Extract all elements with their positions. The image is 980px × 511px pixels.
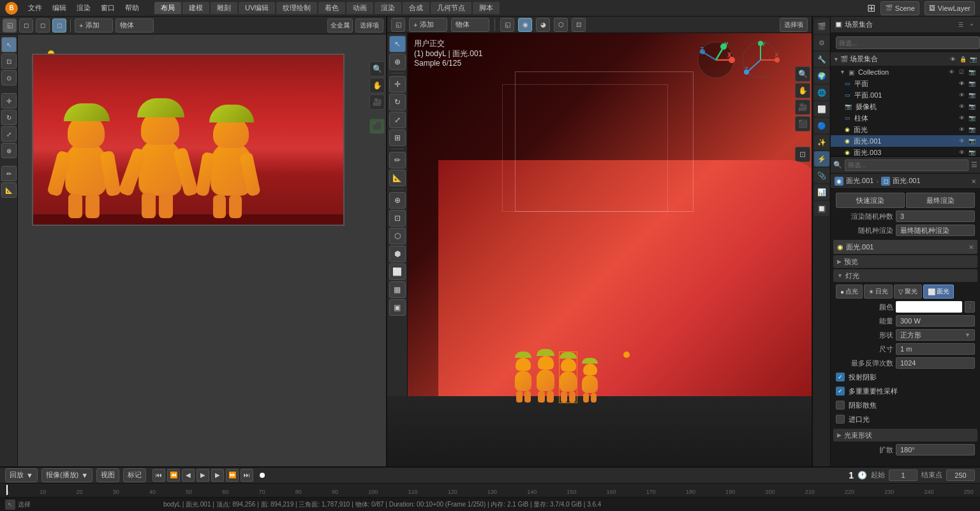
props-icon-view[interactable]: 🔧	[814, 52, 829, 67]
quick-render-btn[interactable]: 快速渲染	[836, 193, 905, 208]
timeline-editor[interactable]: 报像(播放) ▼	[41, 468, 93, 482]
prev-keyframe-btn[interactable]: ◀	[182, 469, 195, 482]
item6-vis[interactable]: 👁	[957, 148, 966, 157]
workspace-sculpt[interactable]: 雕刻	[211, 2, 237, 14]
camera-mid[interactable]: 🎥	[795, 100, 810, 115]
menu-help[interactable]: 帮助	[125, 3, 139, 13]
viewlayer-selector[interactable]: 🖼 ViewLayer	[924, 1, 975, 15]
pan-left[interactable]: ✋	[369, 78, 385, 93]
xray-toggle[interactable]: ⊡	[572, 18, 586, 32]
timeline-mode[interactable]: 回放 ▼	[5, 468, 38, 482]
transform-tool[interactable]: ⊕	[1, 143, 17, 158]
rotate-tool[interactable]: ↻	[1, 110, 17, 125]
mv-lattice[interactable]: ⬢	[389, 246, 406, 262]
item5-vis[interactable]: 👁	[957, 137, 966, 145]
view-btn-left[interactable]: ◻	[19, 19, 33, 33]
shading-solid[interactable]: ◉	[518, 18, 532, 32]
item1-vis[interactable]: 👁	[957, 91, 966, 100]
mv-rotate[interactable]: ↻	[389, 94, 406, 110]
viewport-3d[interactable]: ↖ ⊕ ✛ ↻ ⤢ ⊞ ✏ 📐 ⊕ ⊡ ⬡ ⬢ ⬜ ▦	[387, 33, 812, 466]
viewport-overlays[interactable]: ⬡	[554, 18, 568, 32]
camera-left[interactable]: 🎥	[369, 94, 385, 110]
outliner-item-6[interactable]: ◉ 面光.003 👁 📷	[831, 147, 980, 157]
add-menu[interactable]: + 添加	[75, 19, 113, 33]
object-menu-left[interactable]: 物体	[115, 19, 154, 33]
move-tool[interactable]: ✛	[1, 93, 17, 108]
light-type-spot[interactable]: ▽ 聚光	[894, 285, 922, 299]
props-icon-output[interactable]: ⚙	[814, 35, 829, 50]
size-value[interactable]: 1 m	[896, 343, 975, 355]
overlay-left[interactable]: ⬛	[369, 119, 385, 134]
item4-vis[interactable]: 👁	[957, 125, 966, 134]
workspace-uv[interactable]: UV编辑	[239, 2, 275, 14]
scene-vis-btn[interactable]: 👁	[948, 55, 957, 64]
color-options-btn[interactable]: ⋮	[965, 301, 975, 313]
mode-select[interactable]: ◱	[391, 18, 405, 32]
play-btn[interactable]: ▶	[197, 469, 209, 482]
outliner-item-4[interactable]: ◉ 面光 👁 📷	[831, 124, 980, 135]
object-menu-mid[interactable]: 物体	[451, 18, 489, 32]
item0-render[interactable]: 📷	[967, 79, 976, 88]
outliner-search[interactable]	[836, 36, 980, 49]
transmit-caustics-checkbox[interactable]	[836, 415, 845, 424]
shadow-caustics-checkbox[interactable]	[836, 401, 845, 410]
preview-header[interactable]: ▶ 预览	[833, 255, 977, 268]
shape-value[interactable]: 正方形 ▼	[896, 329, 975, 341]
energy-value[interactable]: 300 W	[896, 315, 975, 327]
overlay-mid[interactable]: ⊡	[795, 147, 810, 162]
item5-render[interactable]: 📷	[967, 137, 976, 145]
workspace-shading[interactable]: 着色	[318, 2, 345, 14]
grid-mid[interactable]: ⬛	[795, 116, 810, 131]
workspace-modeling[interactable]: 建模	[182, 2, 209, 14]
workspace-geometry[interactable]: 几何节点	[431, 2, 471, 14]
cursor-tool[interactable]: ↖	[1, 37, 17, 52]
pan-mid[interactable]: ✋	[795, 83, 810, 98]
light-type-point[interactable]: ● 点光	[836, 285, 863, 299]
props-icon-data[interactable]: 📊	[814, 184, 829, 200]
light-type-area[interactable]: ⬜ 面光	[923, 285, 954, 299]
menu-render[interactable]: 渲染	[77, 3, 91, 13]
beam-header[interactable]: ▶ 光束形状	[833, 429, 977, 441]
timeline-track[interactable]: 1 10 20 30 40 50 60 70 80 90 100 110 120…	[0, 484, 980, 497]
timeline-view[interactable]: 视图	[96, 468, 119, 482]
mv-add[interactable]: ⊕	[389, 192, 406, 209]
next-frame-btn[interactable]: ⏩	[226, 469, 239, 482]
shading-rendered[interactable]: ◕	[536, 18, 550, 32]
header-expand[interactable]: ✕	[969, 244, 974, 251]
props-icon-constraints[interactable]: 📎	[814, 168, 829, 183]
multiple-importance-checkbox[interactable]: ✓	[836, 387, 845, 396]
outliner-item-2[interactable]: 📷 摄像机 👁 📷	[831, 101, 980, 112]
end-frame-input[interactable]	[946, 470, 975, 481]
view-btn-left2[interactable]: ◻	[36, 19, 50, 33]
spread-value[interactable]: 180°	[896, 444, 975, 455]
breadcrumb-close[interactable]: ✕	[971, 178, 976, 185]
props-icon-scene2[interactable]: 🌍	[814, 68, 829, 84]
select-option-left[interactable]: 选择项	[355, 19, 383, 33]
workspace-rendering[interactable]: 渲染	[375, 2, 401, 14]
mv-extra[interactable]: ▦	[389, 281, 406, 298]
left-viewport-content[interactable]: ↖ ⊡ ⊙ ✛ ↻ ⤢ ⊕ ✏ 📐	[0, 34, 386, 466]
scene-selector[interactable]: 🎬 Scene	[880, 1, 919, 15]
item2-render[interactable]: 📷	[967, 102, 976, 111]
mv-pose[interactable]: ⊡	[389, 210, 406, 226]
select-mode-left[interactable]: ◱	[3, 19, 17, 33]
outliner-item-1[interactable]: ▭ 平面.001 👁 📷	[831, 89, 980, 101]
workspace-scripting[interactable]: 脚本	[473, 2, 500, 14]
item2-vis[interactable]: 👁	[957, 102, 966, 111]
scene-lock-btn[interactable]: 🔒	[958, 55, 967, 64]
lighting-header[interactable]: ▼ 灯光	[833, 269, 977, 282]
collection-item[interactable]: ▼ ▣ Collection 👁 ☑ 📷	[831, 66, 980, 78]
props-icon-particles[interactable]: ✨	[814, 135, 829, 150]
mv-cursor[interactable]: ⊕	[389, 54, 406, 70]
color-swatch[interactable]	[896, 301, 962, 313]
add-menu-mid[interactable]: + 添加	[409, 18, 447, 32]
prev-frame-btn[interactable]: ⏪	[167, 469, 180, 482]
mv-extra2[interactable]: ▣	[389, 299, 406, 316]
mv-shapekey[interactable]: ⬡	[389, 228, 406, 244]
zoom-in-mid[interactable]: 🔍	[795, 66, 810, 82]
menu-window[interactable]: 窗口	[101, 3, 115, 13]
start-frame-input[interactable]	[889, 470, 917, 481]
expand-arrow-scene[interactable]: ▼	[833, 56, 839, 63]
select-box-tool[interactable]: ⊡	[1, 54, 17, 69]
coll-vis[interactable]: 👁	[947, 68, 956, 77]
